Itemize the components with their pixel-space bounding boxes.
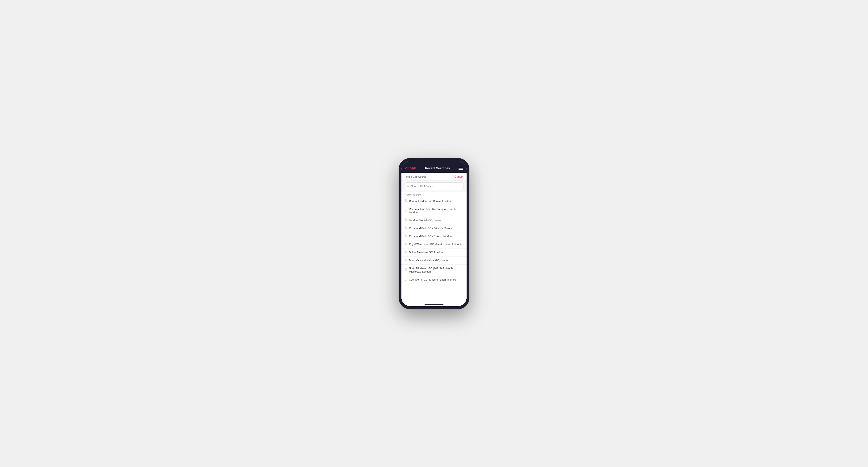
course-item[interactable]: Dukes Meadows GC, London xyxy=(401,248,467,256)
svg-line-1 xyxy=(409,186,409,187)
search-icon xyxy=(407,184,410,188)
course-name: London Scottish GC, London xyxy=(409,219,442,222)
app-logo: clippd xyxy=(405,166,416,170)
location-pin-icon xyxy=(405,209,407,212)
location-pin-icon xyxy=(405,243,407,246)
course-name: Richmond Park GC - Duke's, London xyxy=(409,235,452,238)
location-pin-icon xyxy=(405,259,407,262)
top-bar: clippd Recent Searches xyxy=(401,164,467,173)
location-pin-icon xyxy=(405,219,407,222)
course-item[interactable]: North Middlesex GC (1011942 - North Midd… xyxy=(401,264,467,276)
course-name: Brent Valley Municipal GC, London xyxy=(409,259,449,262)
cancel-button[interactable]: Cancel xyxy=(455,175,463,178)
phone-screen: clippd Recent Searches Find a Golf Cours… xyxy=(401,161,467,306)
page-title: Recent Searches xyxy=(425,166,450,170)
course-name: Dukes Meadows GC, London xyxy=(409,251,443,254)
home-indicator xyxy=(401,301,467,306)
course-item[interactable]: Roehampton Club - Roehampton, Greater Lo… xyxy=(401,205,467,217)
location-pin-icon xyxy=(405,235,407,238)
course-item[interactable]: Brent Valley Municipal GC, London xyxy=(401,256,467,264)
svg-point-3 xyxy=(406,210,406,210)
search-box xyxy=(404,182,464,190)
course-name: Richmond Park GC - Prince's, Surrey xyxy=(409,226,452,230)
menu-line-3 xyxy=(459,169,463,170)
course-list: Central London Golf Centre, London Roeha… xyxy=(401,197,467,301)
course-name: Coombe Hill GC, Kingston upon Thames xyxy=(409,278,456,281)
course-name: North Middlesex GC (1011942 - North Midd… xyxy=(409,267,463,274)
menu-line-1 xyxy=(459,167,463,167)
status-bar xyxy=(401,161,467,164)
location-pin-icon xyxy=(405,268,407,272)
find-label: Find a Golf Course xyxy=(405,175,427,178)
find-header: Find a Golf Course Cancel xyxy=(401,173,467,181)
course-item[interactable]: Richmond Park GC - Prince's, Surrey xyxy=(401,224,467,232)
nearby-section-label: Nearby courses xyxy=(401,192,467,197)
svg-point-11 xyxy=(406,278,406,279)
location-pin-icon xyxy=(405,251,407,254)
course-name: Central London Golf Centre, London xyxy=(409,199,451,203)
course-name: Roehampton Club - Roehampton, Greater Lo… xyxy=(409,208,463,214)
svg-point-7 xyxy=(406,243,406,244)
menu-line-2 xyxy=(459,168,463,168)
svg-point-4 xyxy=(406,219,406,220)
svg-point-5 xyxy=(406,227,406,228)
menu-button[interactable] xyxy=(459,167,463,170)
search-container xyxy=(401,181,467,192)
course-item[interactable]: Royal Wimbledon GC, Great London Authori… xyxy=(401,241,467,248)
course-item[interactable]: Richmond Park GC - Duke's, London xyxy=(401,232,467,241)
phone-frame: clippd Recent Searches Find a Golf Cours… xyxy=(399,158,469,309)
course-item[interactable]: London Scottish GC, London xyxy=(401,216,467,224)
svg-point-2 xyxy=(406,200,406,200)
svg-point-8 xyxy=(406,251,406,252)
home-bar xyxy=(425,304,443,305)
course-item[interactable]: Coombe Hill GC, Kingston upon Thames xyxy=(401,276,467,284)
location-pin-icon xyxy=(405,278,407,282)
course-item[interactable]: Central London Golf Centre, London xyxy=(401,197,467,205)
search-input[interactable] xyxy=(411,185,461,188)
svg-point-9 xyxy=(406,259,406,260)
svg-point-6 xyxy=(406,235,406,236)
location-pin-icon xyxy=(405,226,407,230)
location-pin-icon xyxy=(405,199,407,203)
svg-point-10 xyxy=(406,269,406,270)
content-area: Find a Golf Course Cancel Nearby courses xyxy=(401,173,467,306)
course-name: Royal Wimbledon GC, Great London Authori… xyxy=(409,243,462,246)
